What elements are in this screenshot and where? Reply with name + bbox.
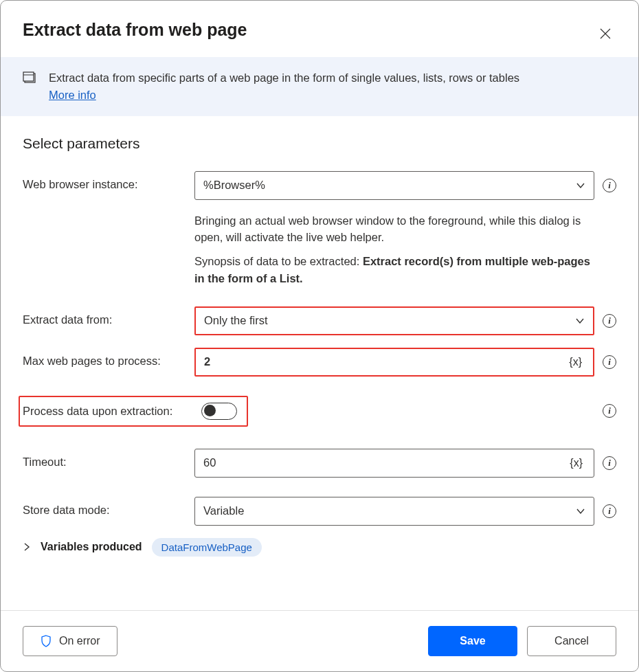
info-icon-store-mode[interactable]: i: [603, 504, 616, 518]
input-max-pages-value: 2: [204, 355, 210, 368]
variables-produced-label: Variables produced: [41, 541, 142, 553]
footer-actions: Save Cancel: [428, 626, 616, 656]
label-store-mode: Store data mode:: [23, 497, 194, 517]
banner-description: Extract data from specific parts of a we…: [49, 71, 519, 84]
extract-icon: [23, 71, 38, 86]
select-extract-from-value: Only the first: [204, 314, 268, 327]
row-process-data: Process data upon extraction: i: [23, 396, 616, 427]
row-browser-instance: Web browser instance: %Browser% i: [23, 171, 616, 200]
save-button[interactable]: Save: [428, 626, 517, 656]
process-data-highlight: Process data upon extraction:: [19, 396, 248, 427]
variable-pill[interactable]: DataFromWebPage: [152, 538, 262, 557]
dialog-header: Extract data from web page: [1, 1, 638, 57]
select-browser-instance[interactable]: %Browser%: [194, 171, 594, 200]
browser-description-1: Bringing an actual web browser window to…: [194, 212, 594, 247]
label-max-pages: Max web pages to process:: [23, 348, 194, 368]
save-label: Save: [460, 635, 485, 647]
input-timeout-value: 60: [203, 456, 216, 469]
dialog-content: Select parameters Web browser instance: …: [1, 116, 638, 611]
extract-data-dialog: Extract data from web page Extract data …: [0, 0, 639, 672]
chevron-down-icon: [576, 181, 585, 190]
input-timeout[interactable]: 60 {x}: [194, 449, 594, 478]
input-max-pages[interactable]: 2 {x}: [194, 348, 594, 377]
section-title: Select parameters: [23, 135, 616, 152]
variables-produced-row[interactable]: Variables produced DataFromWebPage: [23, 538, 616, 557]
select-extract-from[interactable]: Only the first: [194, 306, 594, 335]
info-icon-browser[interactable]: i: [603, 179, 616, 192]
row-timeout: Timeout: 60 {x} i: [23, 449, 616, 478]
browser-description-2: Synopsis of data to be extracted: Extrac…: [194, 253, 594, 287]
cancel-button[interactable]: Cancel: [527, 626, 616, 656]
close-icon: [600, 28, 611, 39]
label-timeout: Timeout:: [23, 449, 194, 469]
toggle-process-data[interactable]: [201, 403, 237, 420]
more-info-link[interactable]: More info: [49, 89, 96, 101]
variable-token-icon[interactable]: {x}: [570, 457, 585, 469]
select-store-mode-value: Variable: [203, 504, 244, 517]
dialog-title: Extract data from web page: [23, 20, 247, 40]
row-store-mode: Store data mode: Variable i: [23, 497, 616, 526]
chevron-down-icon: [576, 506, 585, 516]
cancel-label: Cancel: [554, 635, 589, 647]
close-button[interactable]: [594, 23, 616, 45]
info-icon-max-pages[interactable]: i: [603, 355, 616, 369]
row-max-pages: Max web pages to process: 2 {x} i: [23, 348, 616, 377]
info-icon-timeout[interactable]: i: [603, 456, 616, 470]
select-browser-value: %Browser%: [203, 179, 265, 192]
on-error-button[interactable]: On error: [23, 626, 117, 656]
chevron-down-icon: [575, 316, 585, 326]
label-process-data: Process data upon extraction:: [23, 405, 201, 418]
label-extract-from: Extract data from:: [23, 306, 194, 326]
shield-icon: [40, 635, 52, 647]
synopsis-prefix: Synopsis of data to be extracted:: [194, 255, 363, 267]
select-store-mode[interactable]: Variable: [194, 497, 594, 526]
dialog-footer: On error Save Cancel: [1, 610, 638, 671]
row-extract-from: Extract data from: Only the first i: [23, 306, 616, 335]
info-icon-extract-from[interactable]: i: [603, 314, 616, 328]
variable-token-icon[interactable]: {x}: [569, 356, 585, 368]
chevron-right-icon: [23, 543, 31, 551]
info-banner: Extract data from specific parts of a we…: [1, 57, 638, 116]
on-error-label: On error: [59, 635, 100, 647]
banner-text-wrap: Extract data from specific parts of a we…: [49, 69, 519, 104]
svg-rect-1: [23, 72, 34, 81]
info-icon-process-data[interactable]: i: [603, 404, 616, 418]
label-browser-instance: Web browser instance:: [23, 171, 194, 191]
toggle-knob: [204, 405, 216, 416]
